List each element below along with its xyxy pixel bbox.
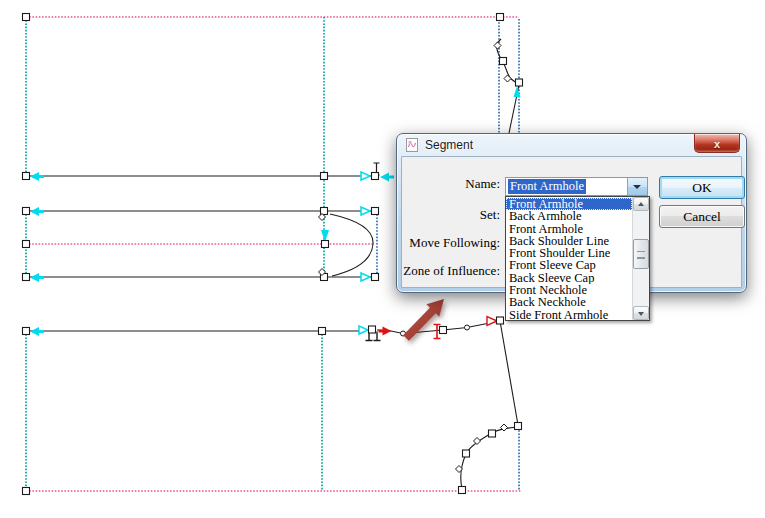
square-control-point: [515, 423, 522, 430]
red-arrow-right-icon: [379, 327, 392, 336]
scrollbar-thumb[interactable]: [633, 239, 649, 269]
close-button[interactable]: x: [694, 134, 740, 153]
dropdown-item[interactable]: Back Sleeve Cap: [506, 272, 632, 284]
dialog-title: Segment: [425, 134, 473, 156]
dropdown-item[interactable]: Front Sleeve Cap: [506, 259, 632, 271]
cyan-arrow-left-icon: [380, 173, 394, 182]
diamond-control-point: [504, 75, 511, 82]
cyan-arrow-left-icon: [30, 327, 44, 336]
diamond-control-point: [494, 42, 501, 49]
square-control-point: [23, 274, 30, 281]
dropdown-scrollbar[interactable]: [632, 197, 649, 320]
segment-dialog: Segment x Name: Set: Move Following: Zon…: [396, 133, 747, 293]
square-control-point: [23, 241, 30, 248]
square-control-point: [440, 327, 447, 334]
square-control-point: [500, 58, 507, 65]
field-label-set: Set:: [402, 207, 500, 223]
cyan-arrow-left-icon: [30, 207, 44, 216]
square-control-point: [497, 14, 504, 21]
field-label-zone-of-influence: Zone of Influence:: [402, 263, 500, 279]
square-control-point: [23, 14, 30, 21]
dropdown-item[interactable]: Front Shoulder Line: [506, 247, 632, 259]
dropdown-item[interactable]: Front Neckhole: [506, 284, 632, 296]
dialog-client-area: Name: Set: Move Following: Zone of Influ…: [401, 156, 742, 288]
field-label-move-following: Move Following:: [402, 235, 500, 251]
field-label-name: Name:: [402, 176, 500, 192]
triangle-down-icon: [638, 312, 644, 316]
combobox-value: Front Armhole: [508, 179, 586, 194]
name-dropdown-list: Front ArmholeBack ArmholeFront ArmholeBa…: [505, 196, 650, 321]
dialog-titlebar[interactable]: Segment x: [397, 134, 746, 156]
scrollbar-grip-icon: [637, 251, 645, 257]
square-control-point: [516, 79, 523, 86]
square-control-point: [23, 173, 30, 180]
square-control-point: [372, 173, 379, 180]
dropdown-item[interactable]: Front Armhole: [506, 223, 632, 235]
combobox-dropdown-button[interactable]: [627, 178, 647, 195]
dropdown-item[interactable]: Front Armhole: [506, 198, 632, 210]
cyan-arrow-right-outline-icon: [361, 207, 370, 215]
diamond-control-point: [474, 438, 481, 445]
dropdown-item[interactable]: Back Armhole: [506, 210, 632, 222]
cancel-button[interactable]: Cancel: [659, 205, 745, 228]
annotation-arrow-icon: [403, 299, 444, 341]
dropdown-items: Front ArmholeBack ArmholeFront ArmholeBa…: [506, 198, 632, 321]
red-arrow-right-outline-icon: [487, 317, 497, 326]
chevron-down-icon: [633, 185, 641, 189]
cyan-arrow-right-outline-icon: [361, 172, 370, 180]
square-control-point: [497, 317, 504, 324]
cyan-arrow-left-icon: [30, 273, 44, 282]
cyan-arrow-right-outline-icon: [359, 326, 368, 334]
square-control-point: [322, 241, 329, 248]
scroll-up-button[interactable]: [633, 197, 649, 211]
ok-button[interactable]: OK: [659, 176, 745, 199]
dropdown-item[interactable]: Back Neckhole: [506, 296, 632, 308]
segment-dialog-icon: [405, 138, 419, 152]
close-icon: x: [714, 138, 720, 150]
circle-control-point: [465, 325, 470, 330]
app-window: Segment x Name: Set: Move Following: Zon…: [0, 0, 765, 518]
square-control-point: [23, 328, 30, 335]
square-control-point: [489, 430, 496, 437]
dropdown-item[interactable]: Back Shoulder Line: [506, 235, 632, 247]
name-combobox[interactable]: Front Armhole: [505, 177, 648, 196]
diamond-control-point: [501, 424, 508, 431]
square-control-point: [319, 328, 326, 335]
dropdown-item[interactable]: Side Front Armhole: [506, 309, 632, 321]
square-control-point: [372, 208, 379, 215]
square-control-point: [321, 173, 328, 180]
square-control-point: [23, 208, 30, 215]
square-control-point: [459, 487, 466, 494]
square-control-point: [463, 450, 470, 457]
cyan-arrow-left-icon: [30, 172, 44, 181]
square-control-point: [369, 326, 376, 333]
triangle-up-icon: [638, 202, 644, 206]
cyan-arrow-right-outline-icon: [361, 273, 370, 281]
square-control-point: [23, 488, 30, 495]
square-control-point: [372, 274, 379, 281]
scroll-down-button[interactable]: [633, 306, 649, 320]
